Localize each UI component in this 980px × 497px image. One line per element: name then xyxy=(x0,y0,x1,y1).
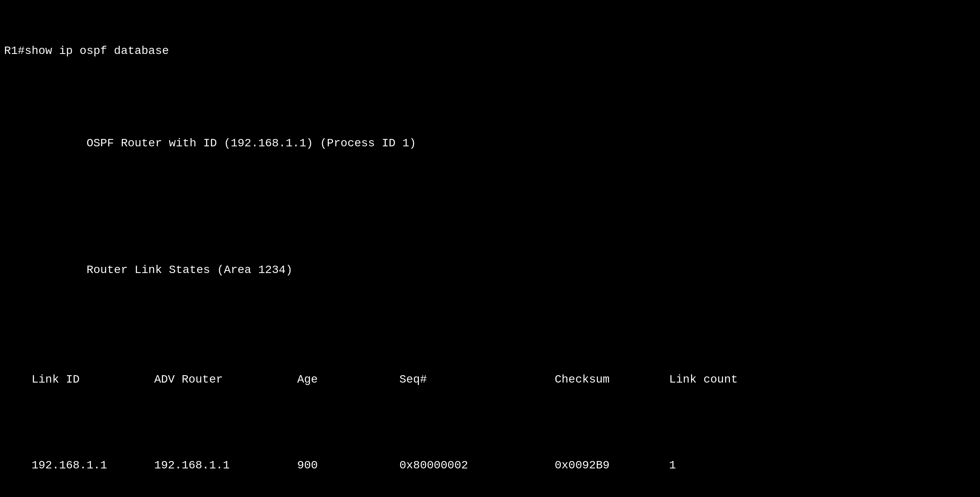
router-link-states-table: Link IDADV RouterAgeSeq#ChecksumLink cou… xyxy=(4,354,976,405)
router-row-1: 192.168.1.1192.168.1.19000x800000020x009… xyxy=(4,440,976,491)
router-link-states-header: Router Link States (Area 1234) xyxy=(4,262,976,279)
command-line: R1#show ip ospf database xyxy=(4,43,976,60)
ospf-router-line: OSPF Router with ID (192.168.1.1) (Proce… xyxy=(4,135,976,152)
terminal-window: R1#show ip ospf database OSPF Router wit… xyxy=(4,8,976,497)
